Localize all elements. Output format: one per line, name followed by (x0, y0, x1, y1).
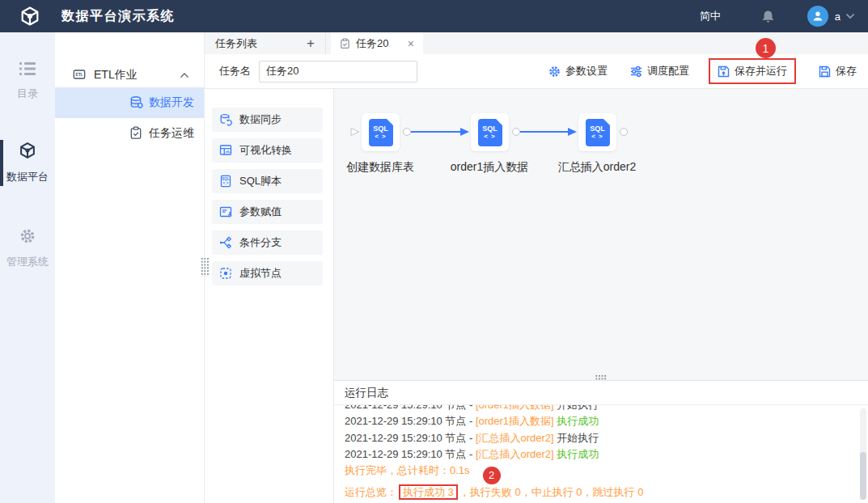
sql-icon-text: SQL (373, 125, 388, 133)
svg-text:A: A (228, 211, 232, 217)
sql-icon-chevrons: < > (375, 133, 387, 140)
notification-bell-icon[interactable] (761, 10, 775, 23)
svg-text:ETL: ETL (75, 73, 83, 77)
tab-label: 任务20 (356, 36, 388, 51)
save-button[interactable]: 保存 (819, 64, 857, 78)
task-name-input[interactable] (259, 61, 417, 82)
tab-task-list[interactable]: 任务列表 + (205, 32, 326, 54)
log-node-name: [order1插入数据] (476, 415, 554, 427)
sidebar-item-task-ops[interactable]: 任务运维 (55, 118, 204, 149)
output-port[interactable] (620, 128, 628, 136)
save-run-icon (718, 66, 730, 78)
log-timestamp: 2021-12-29 15:29:10 节点 - (345, 448, 476, 460)
tab-task20[interactable]: 任务20 × (331, 32, 423, 54)
task-name-label: 任务名 (219, 64, 251, 78)
canvas-column: SQL < > SQL < > (334, 89, 868, 503)
log-timestamp: 2021-12-29 15:29:10 节点 - (345, 415, 476, 427)
close-icon[interactable]: × (408, 38, 414, 49)
edge-2 (520, 131, 569, 133)
annotation-badge-2: 2 (483, 467, 501, 484)
annotation-badge-1: 1 (756, 38, 776, 58)
button-label: 参数设置 (565, 64, 608, 78)
palette-item-sql-script[interactable]: SQL< > SQL脚本 (212, 169, 323, 193)
output-port[interactable] (403, 128, 411, 136)
sql-icon-chevrons: < > (484, 133, 496, 140)
palette-item-label: 数据同步 (239, 112, 282, 127)
sql-file-icon: SQL< > (219, 175, 232, 188)
main-area: 1 任务列表 + 任务20 × 任务名 (205, 32, 868, 503)
save-run-button[interactable]: 保存并运行 (718, 64, 787, 78)
button-label: 调度配置 (647, 64, 689, 78)
sql-node-icon: SQL < > (586, 119, 610, 146)
button-label: 保存 (836, 64, 857, 78)
node-label: order1插入数据 (451, 160, 528, 175)
top-bar-right: 简中 a (700, 6, 868, 27)
node-order1-insert[interactable]: SQL < > (471, 113, 509, 151)
palette-resize-handle[interactable] (201, 257, 209, 277)
log-node-name: [order1插入数据] (476, 405, 554, 411)
log-status: 开始执行 (554, 405, 599, 411)
tab-label: 任务列表 (215, 36, 257, 51)
node-label: 汇总插入order2 (558, 160, 636, 175)
palette-item-condition-branch[interactable]: 条件分支 (212, 230, 323, 255)
input-port-icon[interactable] (350, 127, 360, 137)
log-panel-resize-handle[interactable] (595, 374, 608, 380)
sidebar-item-label: 任务运维 (149, 126, 194, 141)
palette-item-visual-transform[interactable]: 可视化转换 (212, 138, 323, 163)
param-settings-button[interactable]: 参数设置 (548, 64, 608, 78)
palette-item-data-sync[interactable]: 数据同步 (212, 108, 323, 132)
log-timestamp: 2021-12-29 15:29:10 节点 - (345, 405, 476, 411)
palette-item-param-assign[interactable]: A 参数赋值 (212, 200, 323, 224)
top-bar: 数据平台演示系统 简中 a (0, 0, 868, 32)
sidebar-group-label: ETL作业 (94, 68, 138, 82)
cube-icon (19, 142, 36, 162)
chevron-up-icon[interactable] (180, 72, 189, 78)
svg-text:< >: < > (223, 181, 229, 185)
sidebar-item-data-dev[interactable]: 数据开发 (55, 87, 204, 118)
virtual-node-icon (219, 267, 232, 280)
log-line: 2021-12-29 15:29:10 节点 - [汇总插入order2] 执行… (345, 446, 857, 463)
log-status: 执行成功 (554, 448, 599, 460)
database-icon (129, 95, 143, 112)
sidebar-group-etl[interactable]: ETL ETL作业 (55, 63, 204, 87)
log-scrollbar-thumb[interactable] (860, 452, 866, 500)
rail-item-data-platform[interactable]: 数据平台 (0, 142, 55, 184)
sql-node-icon: SQL < > (478, 119, 502, 146)
gear-icon (548, 66, 561, 78)
visual-transform-icon (219, 144, 232, 157)
gear-icon (19, 228, 36, 247)
run-log-panel: 运行日志 2021-12-29 15:29:10 节点 - [order1插入数… (334, 380, 868, 503)
log-overview-prefix: 运行总览： (345, 486, 397, 498)
list-icon (19, 61, 36, 78)
rail-item-label: 数据平台 (6, 170, 49, 184)
palette-item-label: SQL脚本 (239, 174, 282, 188)
log-timestamp: 2021-12-29 15:29:10 节点 - (345, 432, 476, 444)
toolbar: 任务名 参数设置 调度配置 (205, 54, 868, 89)
output-port[interactable] (512, 128, 520, 136)
log-line: 2021-12-29 15:29:10 节点 - [汇总插入order2] 开始… (345, 430, 857, 446)
log-line: 2021-12-29 15:29:10 节点 - [order1插入数据] 执行… (345, 413, 857, 429)
palette-item-virtual-node[interactable]: 虚拟节点 (212, 261, 323, 285)
log-line: 2021-12-29 15:29:10 节点 - [order1插入数据] 开始… (345, 405, 857, 413)
language-switch[interactable]: 简中 (700, 9, 721, 23)
palette-item-label: 条件分支 (239, 235, 282, 250)
data-sync-icon (219, 113, 232, 126)
sql-node-icon: SQL < > (369, 119, 393, 146)
dag-canvas[interactable]: SQL < > SQL < > (334, 89, 868, 380)
node-create-table[interactable]: SQL < > (362, 113, 400, 151)
sql-icon-text: SQL (482, 125, 498, 133)
rail-item-admin-system[interactable]: 管理系统 (0, 228, 55, 269)
node-summary-insert[interactable]: SQL < > (578, 113, 616, 151)
log-scrollbar-track[interactable] (860, 408, 866, 500)
add-tab-icon[interactable]: + (307, 36, 315, 50)
user-avatar[interactable] (807, 6, 828, 27)
sliders-icon (630, 66, 642, 78)
rail-item-catalog[interactable]: 目录 (0, 61, 55, 101)
clipboard-check-icon (340, 38, 350, 49)
palette-item-label: 可视化转换 (239, 143, 292, 158)
schedule-config-button[interactable]: 调度配置 (630, 64, 689, 78)
app-title: 数据平台演示系统 (61, 8, 175, 25)
chevron-down-icon[interactable] (845, 13, 855, 19)
save-icon (819, 66, 831, 78)
annotation-box-1: 保存并运行 (709, 58, 796, 84)
